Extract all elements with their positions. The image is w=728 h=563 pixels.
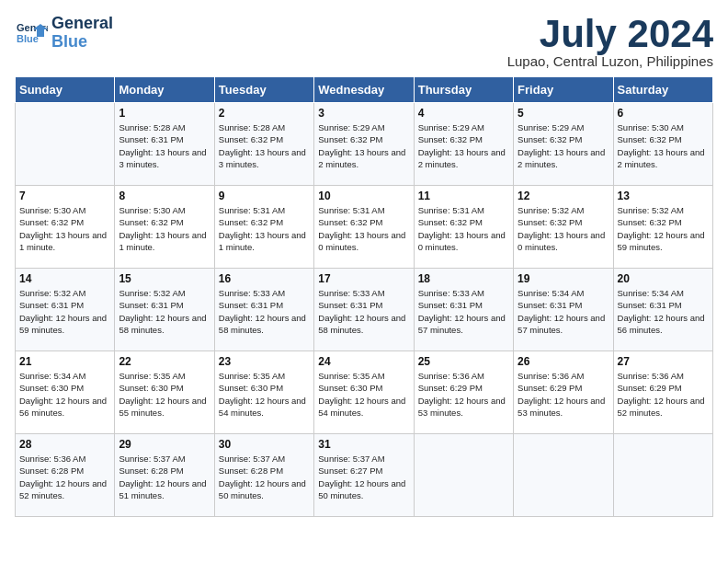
day-info: Sunrise: 5:34 AM Sunset: 6:30 PM Dayligh… xyxy=(19,370,110,419)
calendar-cell xyxy=(613,434,712,517)
calendar-week-row: 21Sunrise: 5:34 AM Sunset: 6:30 PM Dayli… xyxy=(16,351,713,434)
calendar-cell xyxy=(414,434,513,517)
day-info: Sunrise: 5:36 AM Sunset: 6:28 PM Dayligh… xyxy=(19,453,110,501)
day-number: 26 xyxy=(518,355,609,368)
title-block: July 2024 Lupao, Central Luzon, Philippi… xyxy=(507,15,713,69)
calendar-cell: 26Sunrise: 5:36 AM Sunset: 6:29 PM Dayli… xyxy=(514,351,613,434)
day-info: Sunrise: 5:32 AM Sunset: 6:32 PM Dayligh… xyxy=(518,204,609,253)
calendar-cell: 2Sunrise: 5:28 AM Sunset: 6:32 PM Daylig… xyxy=(214,103,313,186)
day-number: 18 xyxy=(418,272,509,285)
calendar-header: SundayMondayTuesdayWednesdayThursdayFrid… xyxy=(16,77,713,103)
day-number: 28 xyxy=(19,438,110,451)
day-number: 23 xyxy=(219,355,310,368)
day-info: Sunrise: 5:33 AM Sunset: 6:31 PM Dayligh… xyxy=(318,287,409,336)
calendar-cell: 12Sunrise: 5:32 AM Sunset: 6:32 PM Dayli… xyxy=(514,186,613,269)
logo-text-line2: Blue xyxy=(51,33,113,52)
day-info: Sunrise: 5:28 AM Sunset: 6:32 PM Dayligh… xyxy=(219,121,310,170)
weekday-header: Thursday xyxy=(414,77,513,103)
day-info: Sunrise: 5:34 AM Sunset: 6:31 PM Dayligh… xyxy=(518,287,609,336)
day-info: Sunrise: 5:31 AM Sunset: 6:32 PM Dayligh… xyxy=(219,204,310,253)
day-number: 5 xyxy=(518,107,609,120)
day-number: 16 xyxy=(219,272,310,285)
weekday-header: Sunday xyxy=(16,77,115,103)
calendar-cell: 22Sunrise: 5:35 AM Sunset: 6:30 PM Dayli… xyxy=(115,351,214,434)
day-info: Sunrise: 5:37 AM Sunset: 6:27 PM Dayligh… xyxy=(318,453,409,501)
calendar-table: SundayMondayTuesdayWednesdayThursdayFrid… xyxy=(15,76,713,517)
calendar-cell: 14Sunrise: 5:32 AM Sunset: 6:31 PM Dayli… xyxy=(16,269,115,351)
weekday-header: Monday xyxy=(115,77,214,103)
calendar-cell: 6Sunrise: 5:30 AM Sunset: 6:32 PM Daylig… xyxy=(613,103,712,186)
calendar-cell: 31Sunrise: 5:37 AM Sunset: 6:27 PM Dayli… xyxy=(314,434,414,517)
day-number: 9 xyxy=(219,190,310,202)
weekday-row: SundayMondayTuesdayWednesdayThursdayFrid… xyxy=(16,77,713,103)
day-info: Sunrise: 5:35 AM Sunset: 6:30 PM Dayligh… xyxy=(219,370,310,419)
day-info: Sunrise: 5:28 AM Sunset: 6:31 PM Dayligh… xyxy=(119,121,210,170)
calendar-body: 1Sunrise: 5:28 AM Sunset: 6:31 PM Daylig… xyxy=(16,103,713,517)
day-info: Sunrise: 5:36 AM Sunset: 6:29 PM Dayligh… xyxy=(518,370,609,419)
day-number: 15 xyxy=(119,272,210,285)
day-info: Sunrise: 5:33 AM Sunset: 6:31 PM Dayligh… xyxy=(418,287,509,336)
logo-icon: General Blue xyxy=(15,17,48,50)
calendar-cell: 7Sunrise: 5:30 AM Sunset: 6:32 PM Daylig… xyxy=(16,186,115,269)
day-number: 2 xyxy=(219,107,310,120)
day-number: 21 xyxy=(19,355,110,368)
day-number: 19 xyxy=(518,272,609,285)
day-number: 29 xyxy=(119,438,210,451)
calendar-cell: 27Sunrise: 5:36 AM Sunset: 6:29 PM Dayli… xyxy=(613,351,712,434)
calendar-cell: 5Sunrise: 5:29 AM Sunset: 6:32 PM Daylig… xyxy=(514,103,613,186)
calendar-cell: 25Sunrise: 5:36 AM Sunset: 6:29 PM Dayli… xyxy=(414,351,513,434)
day-number: 25 xyxy=(418,355,509,368)
day-number: 31 xyxy=(318,438,409,451)
calendar-week-row: 1Sunrise: 5:28 AM Sunset: 6:31 PM Daylig… xyxy=(16,103,713,186)
day-info: Sunrise: 5:29 AM Sunset: 6:32 PM Dayligh… xyxy=(518,121,609,170)
weekday-header: Friday xyxy=(514,77,613,103)
weekday-header: Tuesday xyxy=(214,77,313,103)
calendar-cell: 4Sunrise: 5:29 AM Sunset: 6:32 PM Daylig… xyxy=(414,103,513,186)
calendar-week-row: 7Sunrise: 5:30 AM Sunset: 6:32 PM Daylig… xyxy=(16,186,713,269)
day-info: Sunrise: 5:31 AM Sunset: 6:32 PM Dayligh… xyxy=(318,204,409,253)
day-info: Sunrise: 5:33 AM Sunset: 6:31 PM Dayligh… xyxy=(219,287,310,336)
calendar-cell: 16Sunrise: 5:33 AM Sunset: 6:31 PM Dayli… xyxy=(214,269,313,351)
day-number: 24 xyxy=(318,355,409,368)
day-info: Sunrise: 5:29 AM Sunset: 6:32 PM Dayligh… xyxy=(318,121,409,170)
day-number: 27 xyxy=(618,355,709,368)
day-number: 11 xyxy=(418,190,509,202)
logo: General Blue General Blue xyxy=(15,15,113,52)
day-info: Sunrise: 5:37 AM Sunset: 6:28 PM Dayligh… xyxy=(119,453,210,501)
calendar-cell: 17Sunrise: 5:33 AM Sunset: 6:31 PM Dayli… xyxy=(314,269,414,351)
day-info: Sunrise: 5:30 AM Sunset: 6:32 PM Dayligh… xyxy=(618,121,709,170)
calendar-cell: 28Sunrise: 5:36 AM Sunset: 6:28 PM Dayli… xyxy=(16,434,115,517)
day-info: Sunrise: 5:29 AM Sunset: 6:32 PM Dayligh… xyxy=(418,121,509,170)
calendar-cell: 23Sunrise: 5:35 AM Sunset: 6:30 PM Dayli… xyxy=(214,351,313,434)
day-info: Sunrise: 5:36 AM Sunset: 6:29 PM Dayligh… xyxy=(418,370,509,419)
day-info: Sunrise: 5:31 AM Sunset: 6:32 PM Dayligh… xyxy=(418,204,509,253)
day-info: Sunrise: 5:35 AM Sunset: 6:30 PM Dayligh… xyxy=(318,370,409,419)
day-number: 12 xyxy=(518,190,609,202)
day-info: Sunrise: 5:36 AM Sunset: 6:29 PM Dayligh… xyxy=(618,370,709,419)
day-info: Sunrise: 5:35 AM Sunset: 6:30 PM Dayligh… xyxy=(119,370,210,419)
calendar-cell: 21Sunrise: 5:34 AM Sunset: 6:30 PM Dayli… xyxy=(16,351,115,434)
svg-text:Blue: Blue xyxy=(17,33,39,44)
calendar-cell: 29Sunrise: 5:37 AM Sunset: 6:28 PM Dayli… xyxy=(115,434,214,517)
calendar-cell: 9Sunrise: 5:31 AM Sunset: 6:32 PM Daylig… xyxy=(214,186,313,269)
calendar-week-row: 28Sunrise: 5:36 AM Sunset: 6:28 PM Dayli… xyxy=(16,434,713,517)
calendar-cell: 18Sunrise: 5:33 AM Sunset: 6:31 PM Dayli… xyxy=(414,269,513,351)
day-number: 17 xyxy=(318,272,409,285)
day-number: 6 xyxy=(618,107,709,120)
calendar-cell: 20Sunrise: 5:34 AM Sunset: 6:31 PM Dayli… xyxy=(613,269,712,351)
calendar-cell: 24Sunrise: 5:35 AM Sunset: 6:30 PM Dayli… xyxy=(314,351,414,434)
calendar-cell: 30Sunrise: 5:37 AM Sunset: 6:28 PM Dayli… xyxy=(214,434,313,517)
weekday-header: Saturday xyxy=(613,77,712,103)
day-info: Sunrise: 5:32 AM Sunset: 6:32 PM Dayligh… xyxy=(618,204,709,253)
day-number: 3 xyxy=(318,107,409,120)
day-number: 4 xyxy=(418,107,509,120)
day-number: 8 xyxy=(119,190,210,202)
day-number: 1 xyxy=(119,107,210,120)
calendar-cell: 1Sunrise: 5:28 AM Sunset: 6:31 PM Daylig… xyxy=(115,103,214,186)
day-number: 20 xyxy=(618,272,709,285)
logo-text-line1: General xyxy=(51,15,113,33)
day-info: Sunrise: 5:32 AM Sunset: 6:31 PM Dayligh… xyxy=(19,287,110,336)
weekday-header: Wednesday xyxy=(314,77,414,103)
calendar-cell: 15Sunrise: 5:32 AM Sunset: 6:31 PM Dayli… xyxy=(115,269,214,351)
day-number: 22 xyxy=(119,355,210,368)
